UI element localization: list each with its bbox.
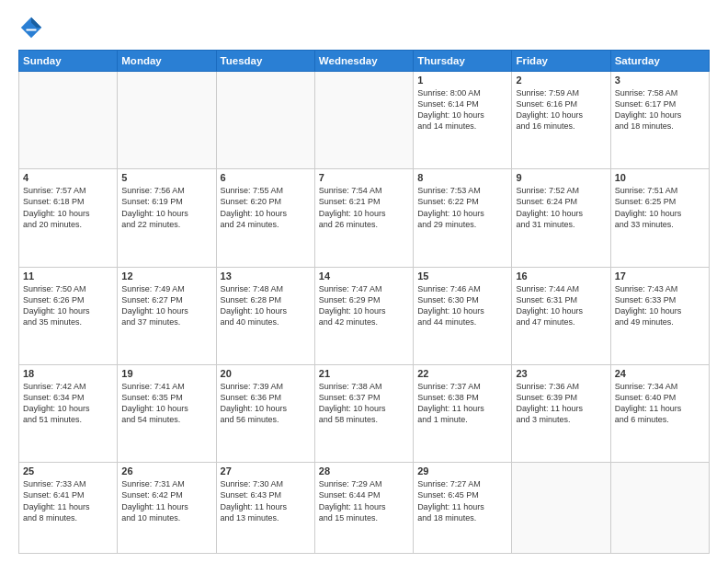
day-info: Sunrise: 7:33 AM Sunset: 6:41 PM Dayligh… <box>23 478 113 523</box>
calendar-cell <box>512 463 610 554</box>
day-info: Sunrise: 7:56 AM Sunset: 6:19 PM Dayligh… <box>121 185 211 230</box>
day-info: Sunrise: 7:59 AM Sunset: 6:16 PM Dayligh… <box>516 87 606 132</box>
day-number: 20 <box>221 368 311 379</box>
day-info: Sunrise: 7:55 AM Sunset: 6:20 PM Dayligh… <box>221 185 311 230</box>
calendar-col-wednesday: Wednesday <box>314 51 413 72</box>
day-number: 6 <box>221 172 311 183</box>
day-info: Sunrise: 7:54 AM Sunset: 6:21 PM Dayligh… <box>319 185 409 230</box>
calendar-col-sunday: Sunday <box>19 51 118 72</box>
calendar-week-4: 18Sunrise: 7:42 AM Sunset: 6:34 PM Dayli… <box>19 364 710 462</box>
calendar-cell: 16Sunrise: 7:44 AM Sunset: 6:31 PM Dayli… <box>512 267 610 364</box>
day-number: 11 <box>23 270 113 282</box>
day-info: Sunrise: 8:00 AM Sunset: 6:14 PM Dayligh… <box>417 87 507 132</box>
calendar-cell: 27Sunrise: 7:30 AM Sunset: 6:43 PM Dayli… <box>216 463 314 554</box>
calendar-week-1: 1Sunrise: 8:00 AM Sunset: 6:14 PM Daylig… <box>19 72 710 169</box>
calendar-cell: 23Sunrise: 7:36 AM Sunset: 6:39 PM Dayli… <box>512 364 610 462</box>
day-info: Sunrise: 7:29 AM Sunset: 6:44 PM Dayligh… <box>319 478 409 523</box>
day-info: Sunrise: 7:43 AM Sunset: 6:33 PM Dayligh… <box>615 283 705 328</box>
day-number: 17 <box>615 270 705 282</box>
day-info: Sunrise: 7:30 AM Sunset: 6:43 PM Dayligh… <box>221 478 311 523</box>
calendar-cell: 18Sunrise: 7:42 AM Sunset: 6:34 PM Dayli… <box>19 364 118 462</box>
calendar-cell: 12Sunrise: 7:49 AM Sunset: 6:27 PM Dayli… <box>118 267 216 364</box>
calendar-cell <box>314 72 413 169</box>
svg-rect-2 <box>26 29 36 30</box>
calendar-cell: 4Sunrise: 7:57 AM Sunset: 6:18 PM Daylig… <box>19 169 118 267</box>
day-number: 8 <box>417 172 507 183</box>
calendar-week-5: 25Sunrise: 7:33 AM Sunset: 6:41 PM Dayli… <box>19 463 710 554</box>
day-info: Sunrise: 7:37 AM Sunset: 6:38 PM Dayligh… <box>417 381 507 426</box>
day-number: 1 <box>417 75 507 86</box>
day-number: 27 <box>221 465 311 477</box>
day-info: Sunrise: 7:47 AM Sunset: 6:29 PM Dayligh… <box>319 283 409 328</box>
header <box>18 15 710 40</box>
day-info: Sunrise: 7:41 AM Sunset: 6:35 PM Dayligh… <box>121 381 211 426</box>
day-number: 9 <box>516 172 606 183</box>
calendar-cell: 14Sunrise: 7:47 AM Sunset: 6:29 PM Dayli… <box>314 267 413 364</box>
page: SundayMondayTuesdayWednesdayThursdayFrid… <box>0 0 728 563</box>
day-number: 15 <box>417 270 507 282</box>
calendar-cell <box>610 463 709 554</box>
calendar-cell: 26Sunrise: 7:31 AM Sunset: 6:42 PM Dayli… <box>118 463 216 554</box>
day-info: Sunrise: 7:57 AM Sunset: 6:18 PM Dayligh… <box>23 185 113 230</box>
calendar-cell <box>118 72 216 169</box>
logo-icon <box>18 15 44 40</box>
day-info: Sunrise: 7:44 AM Sunset: 6:31 PM Dayligh… <box>516 283 606 328</box>
calendar-cell <box>216 72 314 169</box>
calendar-cell: 17Sunrise: 7:43 AM Sunset: 6:33 PM Dayli… <box>610 267 709 364</box>
calendar-week-3: 11Sunrise: 7:50 AM Sunset: 6:26 PM Dayli… <box>19 267 710 364</box>
day-number: 5 <box>121 172 211 183</box>
calendar-col-friday: Friday <box>512 51 610 72</box>
day-number: 28 <box>319 465 409 477</box>
day-number: 12 <box>121 270 211 282</box>
day-number: 23 <box>516 368 606 379</box>
day-number: 19 <box>121 368 211 379</box>
day-info: Sunrise: 7:39 AM Sunset: 6:36 PM Dayligh… <box>221 381 311 426</box>
calendar-cell: 7Sunrise: 7:54 AM Sunset: 6:21 PM Daylig… <box>314 169 413 267</box>
calendar-cell <box>19 72 118 169</box>
calendar-cell: 29Sunrise: 7:27 AM Sunset: 6:45 PM Dayli… <box>414 463 512 554</box>
calendar-cell: 22Sunrise: 7:37 AM Sunset: 6:38 PM Dayli… <box>414 364 512 462</box>
calendar-cell: 2Sunrise: 7:59 AM Sunset: 6:16 PM Daylig… <box>512 72 610 169</box>
day-info: Sunrise: 7:34 AM Sunset: 6:40 PM Dayligh… <box>615 381 705 426</box>
calendar-col-tuesday: Tuesday <box>216 51 314 72</box>
calendar-cell: 28Sunrise: 7:29 AM Sunset: 6:44 PM Dayli… <box>314 463 413 554</box>
day-number: 16 <box>516 270 606 282</box>
calendar-cell: 6Sunrise: 7:55 AM Sunset: 6:20 PM Daylig… <box>216 169 314 267</box>
day-number: 10 <box>615 172 705 183</box>
day-number: 13 <box>221 270 311 282</box>
calendar-cell: 9Sunrise: 7:52 AM Sunset: 6:24 PM Daylig… <box>512 169 610 267</box>
day-number: 29 <box>417 465 507 477</box>
day-number: 21 <box>319 368 409 379</box>
day-info: Sunrise: 7:53 AM Sunset: 6:22 PM Dayligh… <box>417 185 507 230</box>
day-number: 26 <box>121 465 211 477</box>
calendar-cell: 21Sunrise: 7:38 AM Sunset: 6:37 PM Dayli… <box>314 364 413 462</box>
calendar-cell: 13Sunrise: 7:48 AM Sunset: 6:28 PM Dayli… <box>216 267 314 364</box>
calendar-cell: 10Sunrise: 7:51 AM Sunset: 6:25 PM Dayli… <box>610 169 709 267</box>
day-number: 24 <box>615 368 705 379</box>
logo <box>18 15 48 40</box>
calendar-cell: 15Sunrise: 7:46 AM Sunset: 6:30 PM Dayli… <box>414 267 512 364</box>
day-info: Sunrise: 7:49 AM Sunset: 6:27 PM Dayligh… <box>121 283 211 328</box>
day-info: Sunrise: 7:51 AM Sunset: 6:25 PM Dayligh… <box>615 185 705 230</box>
day-info: Sunrise: 7:38 AM Sunset: 6:37 PM Dayligh… <box>319 381 409 426</box>
day-number: 14 <box>319 270 409 282</box>
day-info: Sunrise: 7:52 AM Sunset: 6:24 PM Dayligh… <box>516 185 606 230</box>
calendar-header-row: SundayMondayTuesdayWednesdayThursdayFrid… <box>19 51 710 72</box>
calendar-col-monday: Monday <box>118 51 216 72</box>
calendar-cell: 24Sunrise: 7:34 AM Sunset: 6:40 PM Dayli… <box>610 364 709 462</box>
day-number: 22 <box>417 368 507 379</box>
calendar-cell: 19Sunrise: 7:41 AM Sunset: 6:35 PM Dayli… <box>118 364 216 462</box>
day-number: 4 <box>23 172 113 183</box>
calendar-cell: 25Sunrise: 7:33 AM Sunset: 6:41 PM Dayli… <box>19 463 118 554</box>
day-info: Sunrise: 7:36 AM Sunset: 6:39 PM Dayligh… <box>516 381 606 426</box>
calendar-cell: 3Sunrise: 7:58 AM Sunset: 6:17 PM Daylig… <box>610 72 709 169</box>
calendar-cell: 11Sunrise: 7:50 AM Sunset: 6:26 PM Dayli… <box>19 267 118 364</box>
day-number: 18 <box>23 368 113 379</box>
day-info: Sunrise: 7:27 AM Sunset: 6:45 PM Dayligh… <box>417 478 507 523</box>
day-number: 3 <box>615 75 705 86</box>
day-info: Sunrise: 7:46 AM Sunset: 6:30 PM Dayligh… <box>417 283 507 328</box>
day-info: Sunrise: 7:50 AM Sunset: 6:26 PM Dayligh… <box>23 283 113 328</box>
calendar-cell: 5Sunrise: 7:56 AM Sunset: 6:19 PM Daylig… <box>118 169 216 267</box>
day-number: 2 <box>516 75 606 86</box>
calendar-week-2: 4Sunrise: 7:57 AM Sunset: 6:18 PM Daylig… <box>19 169 710 267</box>
